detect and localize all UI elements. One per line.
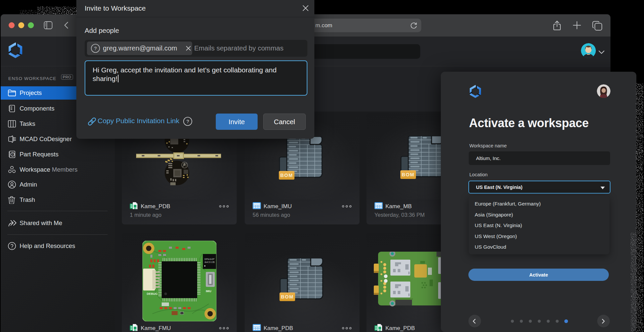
svg-text:?: ? — [12, 153, 13, 156]
svg-text:DEBUG: DEBUG — [147, 292, 158, 295]
svg-text:DFN-6-EP: DFN-6-EP — [204, 258, 214, 260]
svg-text:IMU: IMU — [206, 290, 211, 293]
svg-text:?: ? — [94, 46, 97, 51]
svg-text:?: ? — [186, 119, 189, 124]
svg-text:4x4.5 0.95: 4x4.5 0.95 — [204, 261, 215, 263]
